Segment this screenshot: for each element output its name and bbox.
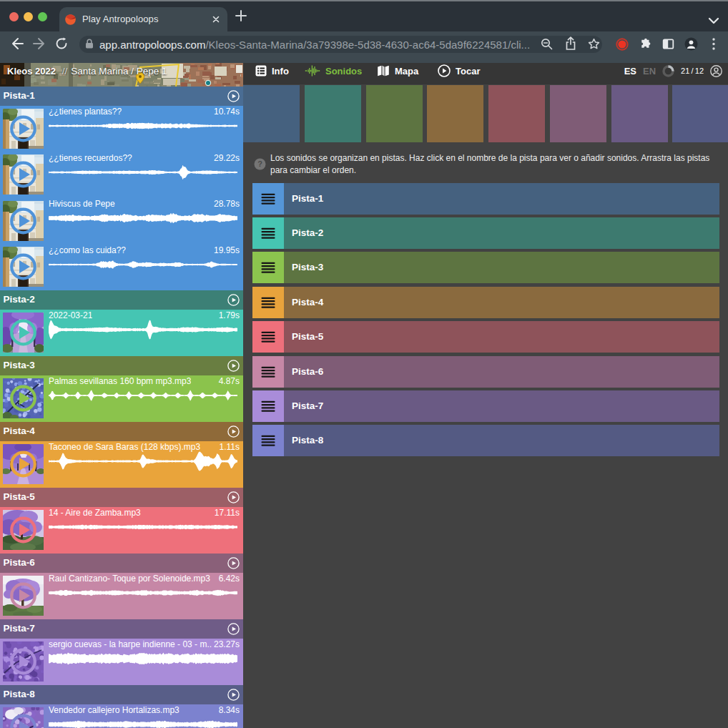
svg-text:?: ? — [257, 159, 262, 168]
